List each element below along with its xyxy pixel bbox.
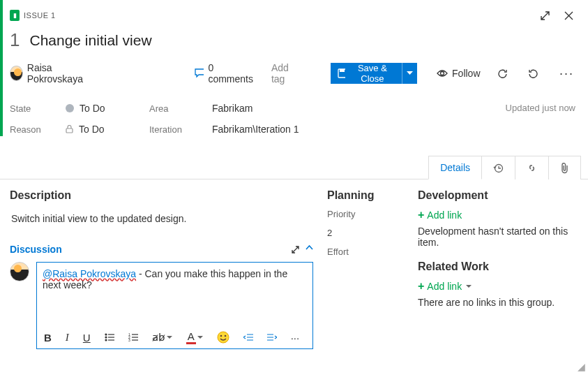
fields-row: State To Do Reason To Do Area Fabrikam I… [0, 96, 588, 135]
underline-button[interactable]: U [83, 332, 91, 344]
svg-point-7 [105, 339, 107, 341]
discussion-collapse-icon[interactable] [306, 245, 313, 254]
lock-icon [66, 125, 73, 133]
related-heading: Related Work [418, 260, 578, 273]
area-value[interactable]: Fabrikam [212, 103, 359, 114]
svg-text:3: 3 [128, 338, 130, 341]
comment-input[interactable]: @Raisa Pokrovskaya - Can you make this h… [36, 262, 313, 349]
close-icon[interactable] [559, 6, 578, 25]
right-column: Development +Add link Development hasn't… [418, 189, 578, 349]
svg-point-11 [218, 332, 229, 343]
font-color-button[interactable]: A [186, 330, 203, 344]
meta-row: Raisa Pokrovskaya 0 comments Add tag Sav… [0, 57, 588, 96]
development-heading: Development [418, 189, 578, 202]
follow-button[interactable]: Follow [437, 68, 480, 79]
comments-link[interactable]: 0 comments [195, 62, 255, 84]
italic-button[interactable]: I [66, 332, 69, 344]
description-text[interactable]: Switch initial view to the updated desig… [10, 209, 313, 228]
attachment-icon [560, 163, 569, 174]
effort-label: Effort [327, 247, 404, 257]
svg-point-12 [220, 335, 222, 337]
numbered-list-button[interactable]: 123 [128, 333, 138, 341]
eye-icon [437, 69, 448, 78]
state-value[interactable]: To Do [66, 103, 149, 114]
avatar [10, 66, 23, 81]
assignee[interactable]: Raisa Pokrovskaya [10, 62, 97, 84]
issue-type-icon: ▮ [10, 10, 20, 21]
svg-rect-1 [340, 69, 345, 72]
type-stripe [0, 0, 3, 136]
priority-value[interactable]: 2 [327, 228, 404, 238]
tabs: Details [0, 156, 588, 179]
dev-add-link-button[interactable]: +Add link [418, 209, 578, 221]
save-dropdown[interactable] [402, 63, 417, 84]
state-dot-icon [66, 104, 74, 112]
history-icon [493, 163, 504, 173]
clear-format-button[interactable]: a̷b̷ [152, 331, 172, 344]
undo-icon[interactable] [525, 64, 541, 83]
description-heading: Description [10, 189, 313, 202]
tab-links[interactable] [515, 156, 549, 179]
updated-label: Updated just now [506, 103, 578, 113]
save-button[interactable]: Save & Close [331, 63, 417, 84]
title-row: 1 Change initial view [0, 28, 588, 57]
svg-point-2 [441, 72, 444, 75]
tab-details[interactable]: Details [428, 156, 482, 179]
resize-handle[interactable]: ◢ [578, 361, 585, 372]
follow-label: Follow [452, 68, 480, 79]
left-column: Description Switch initial view to the u… [10, 189, 313, 349]
state-label: State [10, 103, 59, 114]
iteration-label: Iteration [149, 124, 205, 135]
bold-button[interactable]: B [44, 332, 52, 344]
issue-tag: ISSUE 1 [24, 11, 56, 20]
svg-point-13 [224, 335, 226, 337]
tab-history[interactable] [482, 156, 515, 179]
reason-value[interactable]: To Do [66, 124, 149, 135]
development-text: Development hasn't started on this item. [418, 226, 578, 248]
add-tag-button[interactable]: Add tag [269, 59, 303, 87]
svg-point-6 [105, 337, 107, 338]
indent-button[interactable] [267, 333, 277, 341]
bullet-list-button[interactable] [105, 333, 114, 341]
area-label: Area [149, 103, 205, 114]
more-menu[interactable]: ··· [555, 66, 578, 81]
chevron-down-icon [466, 285, 472, 288]
refresh-icon[interactable] [495, 64, 511, 83]
editor-toolbar: B I U 123 a̷b̷ A ··· [37, 326, 312, 348]
discussion-expand-icon[interactable] [291, 245, 300, 254]
item-title[interactable]: Change initial view [29, 32, 151, 49]
save-icon [338, 68, 346, 78]
planning-heading: Planning [327, 189, 404, 202]
svg-rect-3 [66, 128, 73, 133]
item-id: 1 [10, 29, 20, 51]
content: Description Switch initial view to the u… [0, 179, 588, 349]
comment-area: @Raisa Pokrovskaya - Can you make this h… [10, 262, 313, 349]
mention[interactable]: @Raisa Pokrovskaya [43, 268, 136, 279]
editor-more-button[interactable]: ··· [291, 332, 300, 344]
related-text: There are no links in this group. [418, 297, 578, 308]
related-add-link-button[interactable]: +Add link [418, 280, 578, 293]
comment-text[interactable]: @Raisa Pokrovskaya - Can you make this h… [37, 263, 312, 326]
emoji-button[interactable] [217, 331, 229, 344]
svg-point-5 [105, 334, 107, 335]
reason-label: Reason [10, 124, 59, 135]
planning-column: Planning Priority 2 Effort [327, 189, 404, 349]
save-label: Save & Close [349, 63, 395, 84]
comment-icon [195, 68, 204, 78]
discussion-heading: Discussion [10, 244, 62, 255]
priority-label: Priority [327, 209, 404, 219]
tab-attachments[interactable] [549, 156, 581, 179]
assignee-name: Raisa Pokrovskaya [27, 62, 98, 84]
plus-icon: + [418, 280, 424, 293]
comments-count: 0 comments [208, 62, 254, 84]
iteration-value[interactable]: Fabrikam\Iteration 1 [212, 124, 359, 135]
outdent-button[interactable] [243, 333, 253, 341]
link-icon [527, 163, 537, 173]
comment-avatar [10, 262, 29, 281]
expand-icon[interactable] [535, 6, 555, 25]
top-bar: ▮ ISSUE 1 [0, 0, 588, 28]
plus-icon: + [418, 209, 424, 221]
